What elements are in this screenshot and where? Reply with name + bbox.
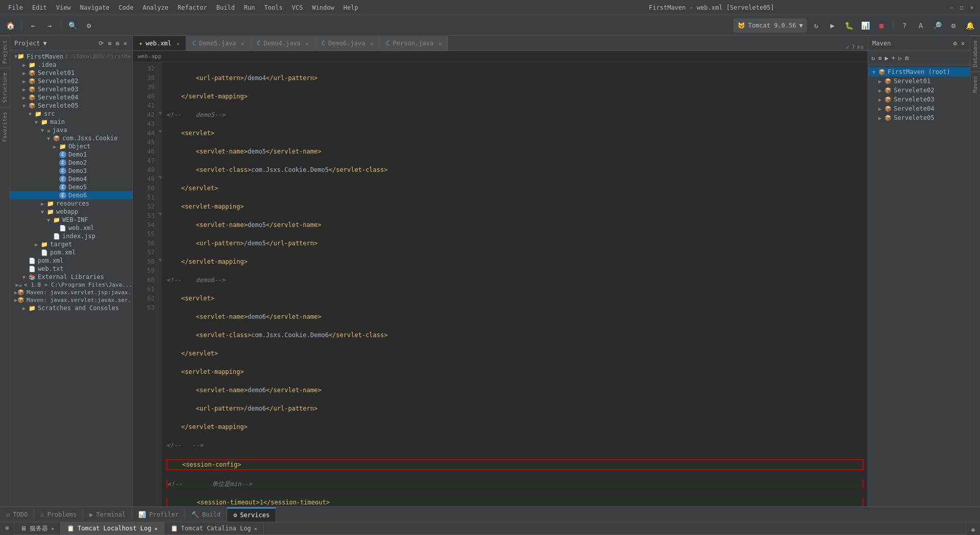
menu-view[interactable]: View (52, 3, 75, 12)
server-tab-fuwuqi[interactable]: 🖥 服务器 ✕ (14, 522, 61, 534)
search-button[interactable]: 🔍 (65, 18, 80, 33)
menu-tools[interactable]: Tools (260, 3, 287, 12)
maven-m-icon[interactable]: m (904, 54, 910, 63)
localhost-log-close[interactable]: ✕ (155, 526, 158, 531)
favorites-side-label[interactable]: Favorites (0, 107, 10, 146)
settings-button[interactable]: ⚙ (82, 18, 96, 33)
tab-webxml-close[interactable]: ✕ (177, 41, 180, 46)
tab-person[interactable]: C Person.java ✕ (380, 36, 448, 50)
menu-code[interactable]: Code (115, 3, 138, 12)
menu-edit[interactable]: Edit (28, 3, 51, 12)
tree-demo1[interactable]: ▶ C Demo1 (10, 150, 132, 159)
services-settings-icon[interactable]: ⊕ (968, 524, 979, 535)
code-editor[interactable]: 3738394041 4243444546 4748495051 5253545… (133, 62, 868, 506)
tree-demo4[interactable]: ▶ C Demo4 (10, 175, 132, 183)
tree-indexjsp[interactable]: ▶ 📄 index.jsp (10, 232, 132, 240)
project-settings-icon[interactable]: ⚙ (115, 39, 120, 48)
server-tab-catalina-log[interactable]: 📋 Tomcat Catalina Log ✕ (164, 522, 264, 534)
close-button[interactable]: ✕ (968, 4, 976, 12)
services-btn-1[interactable]: ≡ (2, 524, 13, 531)
maven-servelete05[interactable]: ▶ 📦 Servelete05 (868, 113, 970, 122)
tab-demo5-close[interactable]: ✕ (241, 41, 244, 46)
count-down-icon[interactable]: ∨ (860, 44, 864, 50)
maven-firstmaven[interactable]: ▼ 📦 FirstMaven (root) (868, 67, 970, 77)
tree-resources[interactable]: ▶ 📁 resources (10, 199, 132, 208)
fuwuqi-close[interactable]: ✕ (51, 526, 54, 531)
project-dropdown-icon[interactable]: ▼ (43, 40, 47, 47)
tree-demo3[interactable]: ▶ C Demo3 (10, 167, 132, 175)
menu-navigate[interactable]: Navigate (76, 3, 114, 12)
tab-terminal[interactable]: ▶ Terminal (83, 507, 132, 522)
tab-person-close[interactable]: ✕ (438, 41, 442, 46)
server-tab-localhost-log[interactable]: 📋 Tomcat Localhost Log ✕ (61, 522, 164, 534)
tab-todo[interactable]: ☑ TODO (0, 507, 34, 522)
tree-main[interactable]: ▼ 📁 main (10, 118, 132, 126)
maven-side-label[interactable]: Maven (970, 71, 980, 97)
tree-webxml[interactable]: ▶ 📄 web.xml (10, 224, 132, 232)
tab-services[interactable]: ⚙ Services (227, 507, 276, 522)
collapse-icon[interactable]: ≡ (107, 39, 112, 48)
maven-run-icon[interactable]: ▶ (884, 54, 889, 63)
menu-refactor[interactable]: Refactor (174, 3, 211, 12)
tab-demo4[interactable]: C Demo4.java ✕ (251, 36, 315, 50)
stop-button[interactable]: ■ (874, 18, 889, 33)
tree-ext-libs[interactable]: ▼ 📚 External Libraries (10, 273, 132, 281)
project-side-label[interactable]: Project (0, 36, 10, 68)
menu-run[interactable]: Run (240, 3, 259, 12)
tree-demo2[interactable]: ▶ C Demo2 (10, 159, 132, 167)
tree-demo5[interactable]: ▶ C Demo5 (10, 183, 132, 191)
maximize-button[interactable]: □ (958, 4, 966, 12)
menu-build[interactable]: Build (212, 3, 239, 12)
maven-close-icon[interactable]: ✕ (960, 39, 966, 48)
maven-play-icon[interactable]: ▷ (897, 54, 903, 63)
reload-button[interactable]: ↻ (809, 18, 823, 33)
tree-demo6[interactable]: ▶ C Demo6 (10, 191, 132, 199)
tree-java[interactable]: ▼ ☕ java (10, 126, 132, 134)
tree-idea[interactable]: ▶ 📁 .idea (10, 61, 132, 69)
tree-servelete02[interactable]: ▶ 📦 Servelete02 (10, 77, 132, 85)
tree-webinf[interactable]: ▼ 📁 WEB-INF (10, 216, 132, 224)
help-button[interactable]: ? (897, 18, 912, 33)
maven-servelet01[interactable]: ▶ 📦 Servelet01 (868, 77, 970, 86)
tree-object[interactable]: ▶ 📁 Object (10, 142, 132, 150)
tree-maven-servlet[interactable]: ▶ 📦 Maven: javax.servlet:javax.ser... (10, 296, 132, 304)
back-button[interactable]: ← (26, 18, 40, 33)
menu-file[interactable]: File (4, 3, 27, 12)
build-button[interactable]: ▶ (825, 18, 840, 33)
tab-problems[interactable]: ⚠ Problems (34, 507, 83, 522)
tree-pomxml-root[interactable]: ▶ 📄 pom.xml (10, 257, 132, 265)
tree-target[interactable]: ▶ 📁 target (10, 240, 132, 248)
tree-pomxml-inner[interactable]: ▶ 📄 pom.xml (10, 248, 132, 257)
more-button[interactable]: ⚙ (946, 18, 961, 33)
maven-servelete02[interactable]: ▶ 📦 Servelete02 (868, 86, 970, 95)
maven-collapse-icon[interactable]: ≡ (877, 54, 883, 63)
sync-icon[interactable]: ⟳ (97, 39, 105, 48)
run-coverage-button[interactable]: 📊 (858, 18, 872, 33)
translate-button[interactable]: A (914, 18, 928, 33)
minimize-button[interactable]: — (947, 4, 955, 12)
catalina-log-close[interactable]: ✕ (254, 526, 257, 531)
maven-servelete03[interactable]: ▶ 📦 Servelete03 (868, 95, 970, 104)
tab-profiler[interactable]: 📊 Profiler (132, 507, 185, 522)
menu-analyze[interactable]: Analyze (138, 3, 173, 12)
maven-add-icon[interactable]: + (891, 54, 896, 63)
project-icon[interactable]: 🏠 (3, 18, 17, 33)
tree-scratches[interactable]: ▶ 📁 Scratches and Consoles (10, 304, 132, 312)
tree-root[interactable]: ▼ 📁 FirstMaven E:\Ideal源码\FirstMa... (10, 52, 132, 61)
project-close-icon[interactable]: ✕ (122, 39, 128, 48)
menu-help[interactable]: Help (339, 3, 362, 12)
forward-button[interactable]: → (42, 18, 57, 33)
menu-vcs[interactable]: VCS (288, 3, 307, 12)
tab-demo4-close[interactable]: ✕ (306, 41, 309, 46)
tree-servelete05[interactable]: ▼ 📦 Servelete05 (10, 101, 132, 110)
search-global-button[interactable]: 🔎 (930, 18, 944, 33)
notifications-button[interactable]: 🔔 (963, 18, 977, 33)
menu-window[interactable]: Window (308, 3, 338, 12)
tab-build[interactable]: 🔨 Build (185, 507, 227, 522)
tree-jdk[interactable]: ▶ ☕ < 1.8 > C:\Program Files\Java... (10, 281, 132, 289)
tree-src[interactable]: ▼ 📁 src (10, 110, 132, 118)
count-up-icon[interactable]: ∧ (857, 44, 861, 50)
tree-servelet01[interactable]: ▶ 📦 Servelet01 (10, 69, 132, 77)
tab-demo5[interactable]: C Demo5.java ✕ (186, 36, 251, 50)
tree-webapp[interactable]: ▼ 📁 webapp (10, 208, 132, 216)
